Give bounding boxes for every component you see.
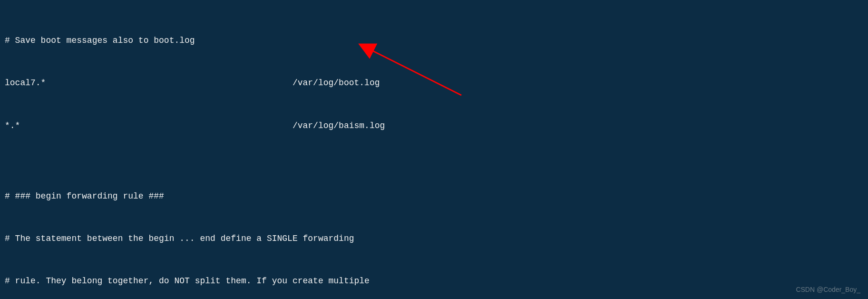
config-line: # ### begin forwarding rule ###	[5, 189, 863, 204]
terminal-output: # Save boot messages also to boot.log lo…	[5, 6, 863, 299]
watermark-text: CSDN @Coder_Boy_	[796, 284, 860, 295]
config-line: # rule. They belong together, do NOT spl…	[5, 274, 863, 289]
config-line: *.* /var/log/baism.log	[5, 119, 863, 133]
config-line: local7.* /var/log/boot.log	[5, 76, 863, 90]
config-line: # The statement between the begin ... en…	[5, 232, 863, 246]
config-line: # Save boot messages also to boot.log	[5, 34, 863, 48]
